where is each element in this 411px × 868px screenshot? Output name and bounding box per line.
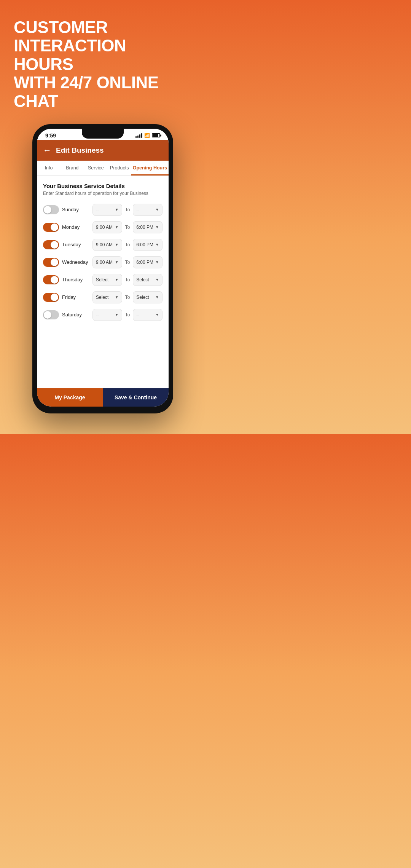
- from-select-thursday[interactable]: Select ▼: [92, 274, 122, 286]
- toggle-sunday[interactable]: [43, 205, 59, 214]
- toggle-tuesday[interactable]: [43, 240, 59, 249]
- app-header: ← Edit Business: [37, 140, 169, 161]
- from-chevron-sunday: ▼: [115, 207, 119, 212]
- tab-info[interactable]: Info: [37, 161, 61, 176]
- tab-opening-hours[interactable]: Opening Hours: [131, 161, 169, 176]
- to-chevron-sunday: ▼: [155, 207, 159, 212]
- tab-products[interactable]: Products: [108, 161, 131, 176]
- to-select-sunday[interactable]: -- ▼: [133, 204, 162, 216]
- status-icons: 📶: [135, 133, 160, 138]
- day-row-wednesday: Wednesday 9:00 AM ▼ To 6:00 PM ▼: [43, 256, 162, 268]
- to-chevron-saturday: ▼: [155, 313, 159, 317]
- from-chevron-thursday: ▼: [115, 278, 119, 282]
- from-chevron-friday: ▼: [115, 295, 119, 299]
- phone-mockup: 9:59 📶 ← Edit Business: [32, 124, 173, 413]
- toggle-monday[interactable]: [43, 223, 59, 232]
- from-chevron-wednesday: ▼: [115, 260, 119, 264]
- tab-brand[interactable]: Brand: [61, 161, 84, 176]
- days-container: Sunday -- ▼ To -- ▼ Monday 9:00 AM ▼ To …: [43, 204, 162, 321]
- from-select-wednesday[interactable]: 9:00 AM ▼: [92, 256, 122, 268]
- to-select-friday[interactable]: Select ▼: [133, 291, 162, 303]
- to-chevron-monday: ▼: [155, 225, 159, 229]
- to-chevron-tuesday: ▼: [155, 243, 159, 247]
- day-label-saturday: Saturday: [62, 312, 89, 318]
- from-select-sunday[interactable]: -- ▼: [92, 204, 122, 216]
- to-select-saturday[interactable]: -- ▼: [133, 309, 162, 321]
- to-label-monday: To: [125, 225, 130, 230]
- day-label-monday: Monday: [62, 224, 89, 230]
- from-select-tuesday[interactable]: 9:00 AM ▼: [92, 239, 122, 251]
- toggle-saturday[interactable]: [43, 310, 59, 319]
- battery-icon: [152, 133, 160, 137]
- to-label-tuesday: To: [125, 242, 130, 247]
- toggle-wednesday[interactable]: [43, 258, 59, 267]
- tab-service[interactable]: Service: [84, 161, 108, 176]
- from-chevron-monday: ▼: [115, 225, 119, 229]
- content-area: Your Business Service Details Enter Stan…: [37, 176, 169, 388]
- to-label-thursday: To: [125, 277, 130, 282]
- toggle-thursday[interactable]: [43, 275, 59, 284]
- back-button[interactable]: ←: [43, 145, 51, 155]
- from-select-monday[interactable]: 9:00 AM ▼: [92, 221, 122, 233]
- to-select-tuesday[interactable]: 6:00 PM ▼: [133, 239, 162, 251]
- to-chevron-friday: ▼: [155, 295, 159, 299]
- to-label-friday: To: [125, 295, 130, 300]
- status-time: 9:59: [45, 132, 56, 139]
- day-row-saturday: Saturday -- ▼ To -- ▼: [43, 309, 162, 321]
- header-title: Edit Business: [56, 146, 104, 155]
- toggle-friday[interactable]: [43, 293, 59, 302]
- day-row-monday: Monday 9:00 AM ▼ To 6:00 PM ▼: [43, 221, 162, 233]
- phone-notch: [82, 129, 124, 139]
- section-subtitle: Enter Standard hours of operation for yo…: [43, 191, 162, 196]
- save-continue-button[interactable]: Save & Continue: [103, 388, 169, 407]
- day-row-sunday: Sunday -- ▼ To -- ▼: [43, 204, 162, 216]
- signal-icon: [135, 133, 142, 138]
- day-label-thursday: Thursday: [62, 277, 89, 282]
- from-chevron-tuesday: ▼: [115, 243, 119, 247]
- day-label-wednesday: Wednesday: [62, 259, 89, 265]
- bottom-bar: My Package Save & Continue: [37, 388, 169, 407]
- phone-screen: 9:59 📶 ← Edit Business: [37, 129, 169, 407]
- day-row-friday: Friday Select ▼ To Select ▼: [43, 291, 162, 303]
- to-select-thursday[interactable]: Select ▼: [133, 274, 162, 286]
- section-title: Your Business Service Details: [43, 183, 162, 189]
- tab-bar: Info Brand Service Products Opening Hour…: [37, 161, 169, 176]
- day-row-tuesday: Tuesday 9:00 AM ▼ To 6:00 PM ▼: [43, 239, 162, 251]
- from-select-friday[interactable]: Select ▼: [92, 291, 122, 303]
- to-label-saturday: To: [125, 312, 130, 318]
- from-select-saturday[interactable]: -- ▼: [92, 309, 122, 321]
- wifi-icon: 📶: [144, 133, 150, 138]
- day-label-friday: Friday: [62, 294, 89, 300]
- to-label-wednesday: To: [125, 260, 130, 265]
- to-chevron-thursday: ▼: [155, 278, 159, 282]
- to-label-sunday: To: [125, 207, 130, 212]
- day-label-sunday: Sunday: [62, 207, 89, 212]
- my-package-button[interactable]: My Package: [37, 388, 103, 407]
- day-label-tuesday: Tuesday: [62, 242, 89, 247]
- to-chevron-wednesday: ▼: [155, 260, 159, 264]
- headline: CUSTOMER INTERACTION HOURS WITH 24/7 ONL…: [0, 0, 206, 124]
- day-row-thursday: Thursday Select ▼ To Select ▼: [43, 274, 162, 286]
- to-select-wednesday[interactable]: 6:00 PM ▼: [133, 256, 162, 268]
- from-chevron-saturday: ▼: [115, 313, 119, 317]
- to-select-monday[interactable]: 6:00 PM ▼: [133, 221, 162, 233]
